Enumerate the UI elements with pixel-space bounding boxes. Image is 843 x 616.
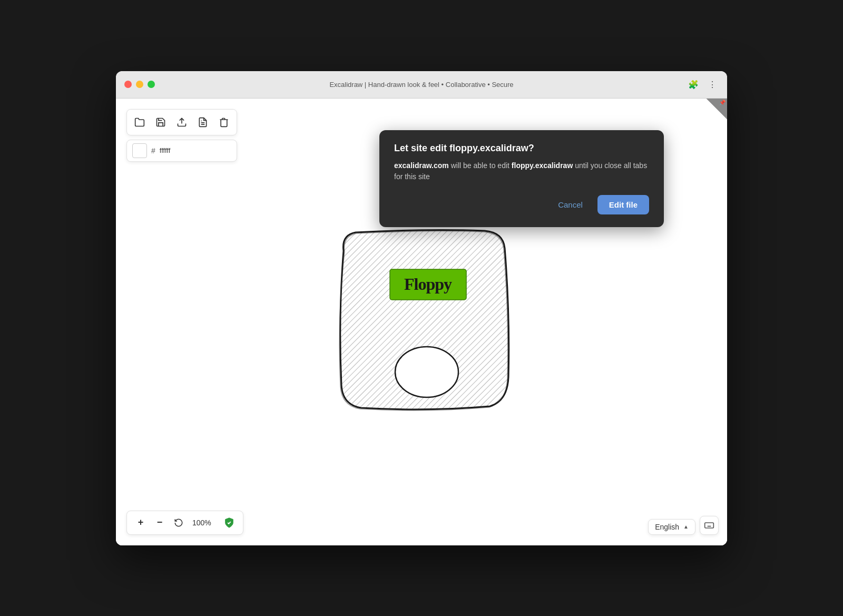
menu-icon[interactable]: ⋮ bbox=[706, 78, 719, 91]
dialog-file-name: floppy.excalidraw bbox=[512, 161, 573, 170]
cancel-button[interactable]: Cancel bbox=[550, 196, 591, 213]
main-window: Excalidraw | Hand-drawn look & feel • Co… bbox=[116, 71, 727, 545]
dialog-title: Let site edit floppy.excalidraw? bbox=[394, 143, 649, 154]
maximize-button[interactable] bbox=[148, 81, 155, 88]
traffic-lights bbox=[124, 81, 155, 88]
dialog-site-name: excalidraw.com bbox=[394, 161, 449, 170]
window-title: Excalidraw | Hand-drawn look & feel • Co… bbox=[329, 81, 513, 89]
edit-file-button[interactable]: Edit file bbox=[597, 195, 649, 214]
titlebar-actions: 🧩 ⋮ bbox=[687, 78, 719, 91]
app-content: 📌 bbox=[116, 99, 727, 545]
minimize-button[interactable] bbox=[136, 81, 143, 88]
close-button[interactable] bbox=[124, 81, 132, 88]
extensions-icon[interactable]: 🧩 bbox=[687, 78, 700, 91]
titlebar: Excalidraw | Hand-drawn look & feel • Co… bbox=[116, 71, 727, 99]
dialog-body: excalidraw.com will be able to edit flop… bbox=[394, 160, 649, 182]
file-edit-dialog: Let site edit floppy.excalidraw? excalid… bbox=[379, 130, 664, 227]
dialog-actions: Cancel Edit file bbox=[394, 195, 649, 214]
dialog-overlay: Let site edit floppy.excalidraw? excalid… bbox=[116, 99, 727, 545]
